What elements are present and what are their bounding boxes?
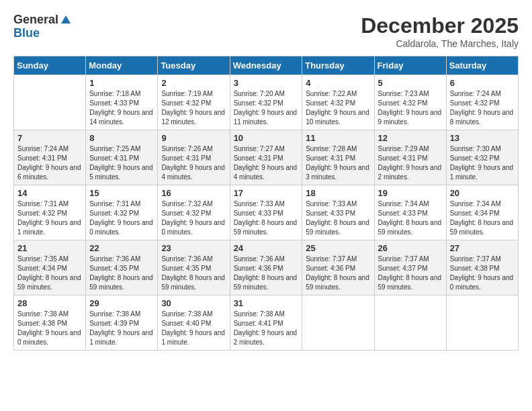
day-info: Sunrise: 7:38 AMSunset: 4:41 PMDaylight:… bbox=[234, 310, 299, 347]
title-block: December 2025 Caldarola, The Marches, It… bbox=[361, 13, 519, 49]
calendar-cell: 27Sunrise: 7:37 AMSunset: 4:38 PMDayligh… bbox=[446, 240, 518, 295]
day-info: Sunrise: 7:36 AMSunset: 4:35 PMDaylight:… bbox=[89, 255, 154, 292]
day-info: Sunrise: 7:36 AMSunset: 4:36 PMDaylight:… bbox=[234, 255, 299, 292]
page-header: General Blue December 2025 Caldarola, Th… bbox=[13, 13, 519, 49]
day-number: 18 bbox=[306, 188, 370, 198]
calendar-cell: 24Sunrise: 7:36 AMSunset: 4:36 PMDayligh… bbox=[230, 240, 302, 295]
day-info: Sunrise: 7:25 AMSunset: 4:31 PMDaylight:… bbox=[89, 144, 154, 182]
calendar-cell: 7Sunrise: 7:24 AMSunset: 4:31 PMDaylight… bbox=[14, 130, 86, 185]
calendar-cell bbox=[302, 295, 374, 351]
calendar-cell: 4Sunrise: 7:22 AMSunset: 4:32 PMDaylight… bbox=[302, 75, 374, 130]
day-number: 16 bbox=[161, 188, 226, 198]
day-number: 24 bbox=[234, 243, 299, 253]
calendar-cell: 10Sunrise: 7:27 AMSunset: 4:31 PMDayligh… bbox=[230, 130, 302, 185]
weekday-header-saturday: Saturday bbox=[446, 56, 518, 75]
calendar-cell: 28Sunrise: 7:38 AMSunset: 4:38 PMDayligh… bbox=[14, 295, 86, 351]
calendar-week-row: 21Sunrise: 7:35 AMSunset: 4:34 PMDayligh… bbox=[14, 240, 519, 295]
calendar-cell: 17Sunrise: 7:33 AMSunset: 4:33 PMDayligh… bbox=[230, 185, 302, 240]
day-info: Sunrise: 7:26 AMSunset: 4:31 PMDaylight:… bbox=[161, 144, 226, 182]
calendar-cell: 12Sunrise: 7:29 AMSunset: 4:31 PMDayligh… bbox=[374, 130, 446, 185]
calendar-cell bbox=[14, 75, 86, 130]
location-text: Caldarola, The Marches, Italy bbox=[361, 38, 519, 49]
day-info: Sunrise: 7:34 AMSunset: 4:33 PMDaylight:… bbox=[378, 199, 443, 237]
calendar-cell: 26Sunrise: 7:37 AMSunset: 4:37 PMDayligh… bbox=[374, 240, 446, 295]
day-info: Sunrise: 7:38 AMSunset: 4:40 PMDaylight:… bbox=[161, 310, 226, 347]
logo-general-text: General bbox=[13, 13, 58, 27]
calendar-cell: 23Sunrise: 7:36 AMSunset: 4:35 PMDayligh… bbox=[158, 240, 230, 295]
calendar-cell: 20Sunrise: 7:34 AMSunset: 4:34 PMDayligh… bbox=[446, 185, 518, 240]
logo-blue-text: Blue bbox=[13, 27, 72, 40]
day-number: 14 bbox=[17, 188, 82, 198]
day-info: Sunrise: 7:35 AMSunset: 4:34 PMDaylight:… bbox=[17, 255, 82, 292]
day-number: 30 bbox=[161, 298, 226, 308]
calendar-cell: 30Sunrise: 7:38 AMSunset: 4:40 PMDayligh… bbox=[158, 295, 230, 351]
calendar-cell: 2Sunrise: 7:19 AMSunset: 4:32 PMDaylight… bbox=[158, 75, 230, 130]
day-number: 7 bbox=[17, 133, 82, 143]
weekday-header-tuesday: Tuesday bbox=[158, 56, 230, 75]
month-title: December 2025 bbox=[361, 13, 519, 38]
day-info: Sunrise: 7:20 AMSunset: 4:32 PMDaylight:… bbox=[234, 89, 299, 127]
calendar-cell: 8Sunrise: 7:25 AMSunset: 4:31 PMDaylight… bbox=[86, 130, 158, 185]
day-number: 13 bbox=[450, 133, 515, 143]
calendar-cell: 31Sunrise: 7:38 AMSunset: 4:41 PMDayligh… bbox=[230, 295, 302, 351]
day-info: Sunrise: 7:29 AMSunset: 4:31 PMDaylight:… bbox=[378, 144, 443, 182]
day-number: 1 bbox=[89, 78, 154, 88]
day-number: 29 bbox=[89, 298, 154, 308]
day-info: Sunrise: 7:37 AMSunset: 4:37 PMDaylight:… bbox=[378, 255, 443, 292]
day-number: 19 bbox=[378, 188, 443, 198]
day-info: Sunrise: 7:36 AMSunset: 4:35 PMDaylight:… bbox=[161, 255, 226, 292]
day-number: 28 bbox=[17, 298, 82, 308]
day-number: 17 bbox=[234, 188, 299, 198]
calendar-week-row: 28Sunrise: 7:38 AMSunset: 4:38 PMDayligh… bbox=[14, 295, 519, 351]
calendar-cell: 22Sunrise: 7:36 AMSunset: 4:35 PMDayligh… bbox=[86, 240, 158, 295]
day-number: 2 bbox=[161, 78, 226, 88]
weekday-header-row: SundayMondayTuesdayWednesdayThursdayFrid… bbox=[14, 56, 519, 75]
calendar-cell: 21Sunrise: 7:35 AMSunset: 4:34 PMDayligh… bbox=[14, 240, 86, 295]
calendar-cell: 14Sunrise: 7:31 AMSunset: 4:32 PMDayligh… bbox=[14, 185, 86, 240]
day-info: Sunrise: 7:28 AMSunset: 4:31 PMDaylight:… bbox=[306, 144, 370, 182]
day-number: 12 bbox=[378, 133, 443, 143]
day-number: 9 bbox=[161, 133, 226, 143]
day-info: Sunrise: 7:19 AMSunset: 4:32 PMDaylight:… bbox=[161, 89, 226, 127]
calendar-cell: 13Sunrise: 7:30 AMSunset: 4:32 PMDayligh… bbox=[446, 130, 518, 185]
day-info: Sunrise: 7:27 AMSunset: 4:31 PMDaylight:… bbox=[234, 144, 299, 182]
day-info: Sunrise: 7:18 AMSunset: 4:33 PMDaylight:… bbox=[89, 89, 154, 127]
logo-icon bbox=[60, 14, 72, 26]
day-info: Sunrise: 7:23 AMSunset: 4:32 PMDaylight:… bbox=[378, 89, 443, 127]
weekday-header-friday: Friday bbox=[374, 56, 446, 75]
day-number: 22 bbox=[89, 243, 154, 253]
day-number: 6 bbox=[450, 78, 515, 88]
day-number: 3 bbox=[234, 78, 299, 88]
day-number: 11 bbox=[306, 133, 370, 143]
day-info: Sunrise: 7:38 AMSunset: 4:39 PMDaylight:… bbox=[89, 310, 154, 347]
calendar-cell: 9Sunrise: 7:26 AMSunset: 4:31 PMDaylight… bbox=[158, 130, 230, 185]
day-number: 10 bbox=[234, 133, 299, 143]
day-number: 21 bbox=[17, 243, 82, 253]
svg-marker-0 bbox=[61, 15, 71, 24]
day-info: Sunrise: 7:33 AMSunset: 4:33 PMDaylight:… bbox=[306, 199, 370, 237]
day-info: Sunrise: 7:22 AMSunset: 4:32 PMDaylight:… bbox=[306, 89, 370, 127]
calendar-cell: 19Sunrise: 7:34 AMSunset: 4:33 PMDayligh… bbox=[374, 185, 446, 240]
day-number: 25 bbox=[306, 243, 370, 253]
day-number: 4 bbox=[306, 78, 370, 88]
calendar-cell: 3Sunrise: 7:20 AMSunset: 4:32 PMDaylight… bbox=[230, 75, 302, 130]
logo: General Blue bbox=[13, 13, 72, 40]
day-info: Sunrise: 7:33 AMSunset: 4:33 PMDaylight:… bbox=[234, 199, 299, 237]
day-number: 20 bbox=[450, 188, 515, 198]
weekday-header-wednesday: Wednesday bbox=[230, 56, 302, 75]
day-info: Sunrise: 7:32 AMSunset: 4:32 PMDaylight:… bbox=[161, 199, 226, 237]
day-number: 27 bbox=[450, 243, 515, 253]
calendar-cell: 18Sunrise: 7:33 AMSunset: 4:33 PMDayligh… bbox=[302, 185, 374, 240]
calendar-cell: 11Sunrise: 7:28 AMSunset: 4:31 PMDayligh… bbox=[302, 130, 374, 185]
calendar-cell: 16Sunrise: 7:32 AMSunset: 4:32 PMDayligh… bbox=[158, 185, 230, 240]
calendar-cell bbox=[374, 295, 446, 351]
weekday-header-sunday: Sunday bbox=[14, 56, 86, 75]
weekday-header-monday: Monday bbox=[86, 56, 158, 75]
weekday-header-thursday: Thursday bbox=[302, 56, 374, 75]
calendar-table: SundayMondayTuesdayWednesdayThursdayFrid… bbox=[13, 56, 519, 351]
day-number: 31 bbox=[234, 298, 299, 308]
day-info: Sunrise: 7:30 AMSunset: 4:32 PMDaylight:… bbox=[450, 144, 515, 182]
day-number: 15 bbox=[89, 188, 154, 198]
day-number: 23 bbox=[161, 243, 226, 253]
calendar-week-row: 7Sunrise: 7:24 AMSunset: 4:31 PMDaylight… bbox=[14, 130, 519, 185]
